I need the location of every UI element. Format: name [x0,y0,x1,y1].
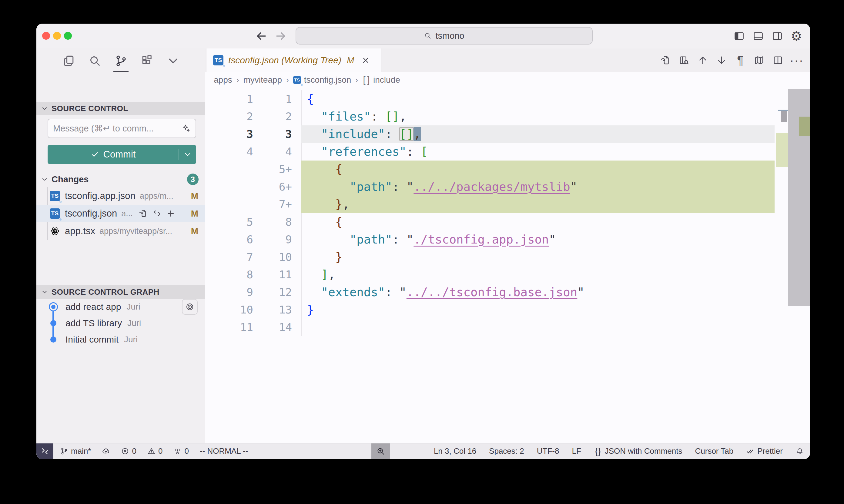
chevron-down-icon [167,54,180,68]
commit-author: Juri [127,318,141,328]
toggle-panel-button[interactable] [753,30,764,42]
code-line[interactable]: 58 { [205,213,775,231]
source-control-header[interactable]: SOURCE CONTROL [36,102,205,115]
commit-row[interactable]: add TS libraryJuri [36,315,205,331]
file-link[interactable]: ../../tsconfig.base.json [407,285,578,299]
language-mode[interactable]: {}JSON with Comments [594,447,683,456]
breadcrumb-label: myviteapp [243,75,282,85]
code-line[interactable]: 11{ [205,90,775,108]
changes-file-row[interactable]: TS⚙tsconfig.app.jsonapps/m...M [36,187,205,205]
code-line[interactable]: 22 "files": [], [205,108,775,125]
breadcrumb-item-tsconfig.json[interactable]: TS⚙tsconfig.json [293,75,351,85]
breadcrumb-item-include[interactable]: [ ]include [362,75,400,85]
chevron-down-icon [41,176,48,183]
code-line[interactable]: 6+ "path": "../../packages/mytslib" [205,178,775,196]
breadcrumb-item-apps[interactable]: apps [214,75,232,85]
open-file-button[interactable] [660,55,671,66]
split-editor-button[interactable] [773,55,783,66]
checkout-ref-button[interactable] [182,299,198,315]
branch-item[interactable]: main* [60,447,91,456]
formatter[interactable]: Prettier [746,447,783,456]
status-label: 0 [132,447,136,456]
discard-changes-button[interactable] [152,209,161,218]
file-link[interactable]: ../../packages/mytslib [414,180,570,194]
search-tab[interactable] [88,54,102,68]
remote-indicator[interactable] [36,444,53,459]
previous-change-button[interactable] [697,55,708,66]
changes-count-badge: 3 [187,174,199,185]
file-link[interactable]: ./tsconfig.app.json [414,233,549,246]
problems-warnings[interactable]: 0 [147,447,162,456]
close-button[interactable] [42,32,50,40]
tab-tsconfig-working-tree[interactable]: TS⚙ tsconfig.json (Working Tree) M [206,49,381,72]
gutter-old-line-number: 9 [205,284,253,301]
publish-item[interactable] [102,447,110,455]
gutter-new-line-number: 7+ [253,196,292,213]
toggle-primary-sidebar-button[interactable] [733,30,745,42]
commit-dot [49,302,58,311]
zoom-window-button[interactable] [64,32,72,40]
commit-row[interactable]: add react appJuri [36,299,205,315]
extensions-tab[interactable] [140,54,154,68]
eol[interactable]: LF [572,447,581,456]
minimize-button[interactable] [53,32,61,40]
gutter-new-line-number: 5+ [253,161,292,178]
toggle-whitespace-button[interactable]: ¶ [735,55,746,66]
code-text: { [292,161,342,178]
code-line[interactable]: 7+ }, [205,196,775,213]
code-line[interactable]: 912 "extends": "../../tsconfig.base.json… [205,284,775,301]
gutter-new-line-number: 8 [253,213,292,231]
close-icon[interactable] [361,56,370,65]
code-text: { [292,90,314,108]
toggle-secondary-sidebar-button[interactable] [772,30,783,42]
command-center-search[interactable]: tsmono [296,27,593,44]
source-control-tab[interactable] [114,54,127,68]
code-line[interactable]: 33 "include": [], [205,125,775,143]
more-actions-button[interactable]: ··· [791,55,802,66]
code-line[interactable]: 1013} [205,301,775,319]
line-highlight [302,196,775,213]
indentation[interactable]: Spaces: 2 [489,447,524,456]
sidebar: SOURCE CONTROL Message (⌘↵ to comm... Co… [36,49,205,444]
changes-file-row[interactable]: app.tsxapps/myviteapp/sr...M [36,222,205,240]
stage-changes-button[interactable] [166,209,175,218]
commit-message-input[interactable]: Message (⌘↵ to comm... [48,119,196,138]
cursor-position[interactable]: Ln 3, Col 16 [434,447,476,456]
breadcrumb-item-myviteapp[interactable]: myviteapp [243,75,282,85]
open-file-button[interactable] [138,209,147,218]
more-views-button[interactable] [167,54,180,68]
code-line[interactable]: 69 "path": "./tsconfig.app.json" [205,231,775,248]
ports-item[interactable]: 0 [173,447,189,456]
toggle-inline-view-button[interactable] [678,55,689,66]
sparkle-icon[interactable] [181,124,191,133]
notifications-bell[interactable] [795,447,804,455]
toggle-minimap-button[interactable] [754,55,764,66]
commit-row[interactable]: Initial commitJuri [36,331,205,348]
code-line[interactable]: 5+ { [205,161,775,178]
commit-button[interactable]: Commit [48,145,178,164]
code-line[interactable]: 1114 [205,319,775,336]
changes-section-header[interactable]: Changes [36,172,205,187]
status-label: -- NORMAL -- [200,447,248,456]
add-icon [166,209,175,218]
line-highlight [302,301,775,319]
forward-button[interactable] [275,30,287,42]
back-button[interactable] [255,30,268,42]
encoding[interactable]: UTF-8 [537,447,559,456]
code-line[interactable]: 811 ], [205,266,775,284]
cursor-tab[interactable]: Cursor Tab [695,447,734,456]
changes-label: Changes [52,175,88,184]
source-control-graph-header[interactable]: SOURCE CONTROL GRAPH [36,285,205,299]
explorer-tab[interactable] [62,54,75,68]
code-line[interactable]: 44 "references": [ [205,143,775,161]
commit-dropdown-button[interactable] [179,145,196,164]
gutter-new-line-number: 6+ [253,178,292,196]
code-line[interactable]: 710 } [205,248,775,266]
status-label: Prettier [757,447,783,456]
editor-toolbar: ¶··· [660,49,802,72]
settings-button[interactable]: ⚙ [791,30,802,42]
next-change-button[interactable] [716,55,727,66]
zoom-indicator[interactable] [372,444,390,459]
problems-errors[interactable]: 0 [121,447,136,456]
changes-file-row[interactable]: TS⚙tsconfig.jsona...M [36,205,205,222]
